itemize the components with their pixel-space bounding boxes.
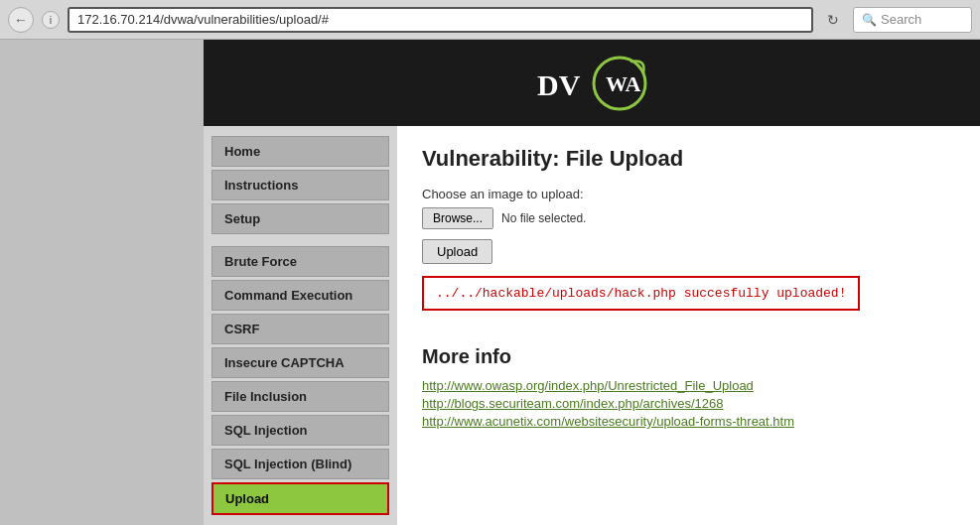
left-nav: Home Instructions Setup Brute Force Comm… xyxy=(204,126,397,525)
nav-item-csrf[interactable]: CSRF xyxy=(211,314,389,344)
url-bar[interactable]: 172.16.70.214/dvwa/vulnerabilities/uploa… xyxy=(68,7,813,33)
info-link-securiteam[interactable]: http://blogs.securiteam.com/index.php/ar… xyxy=(422,396,955,411)
nav-item-setup[interactable]: Setup xyxy=(211,203,389,234)
url-text: 172.16.70.214/dvwa/vulnerabilities/uploa… xyxy=(77,12,329,27)
upload-label: Choose an image to upload: xyxy=(422,187,955,201)
nav-item-file-inclusion[interactable]: File Inclusion xyxy=(211,381,389,412)
svg-text:WA: WA xyxy=(606,71,641,96)
back-button[interactable]: ← xyxy=(8,7,34,33)
nav-item-insecure-captcha[interactable]: Insecure CAPTCHA xyxy=(211,347,389,378)
upload-section: Choose an image to upload: Browse... No … xyxy=(422,187,955,330)
info-link-owasp[interactable]: http://www.owasp.org/index.php/Unrestric… xyxy=(422,378,955,393)
browse-button[interactable]: Browse... xyxy=(422,207,493,229)
nav-item-brute-force[interactable]: Brute Force xyxy=(211,246,389,277)
info-link-acunetix[interactable]: http://www.acunetix.com/websitesecurity/… xyxy=(422,414,955,429)
main-content: Vulnerability: File Upload Choose an ima… xyxy=(397,126,980,525)
success-message: ../../hackable/uploads/hack.php succesfu… xyxy=(422,276,860,311)
nav-divider xyxy=(211,237,389,243)
nav-item-upload[interactable]: Upload xyxy=(211,482,389,515)
refresh-button[interactable]: ↻ xyxy=(821,8,845,32)
info-button[interactable]: i xyxy=(42,11,60,29)
dvwa-body: Home Instructions Setup Brute Force Comm… xyxy=(204,126,980,525)
search-icon: 🔍 xyxy=(862,13,877,27)
dvwa-header: DV WA xyxy=(204,40,980,126)
upload-button[interactable]: Upload xyxy=(422,239,492,264)
search-bar[interactable]: 🔍 Search xyxy=(853,7,972,33)
dvwa-logo: DV WA xyxy=(532,54,651,113)
file-input-row: Browse... No file selected. xyxy=(422,207,955,229)
browser-toolbar: ← i 172.16.70.214/dvwa/vulnerabilities/u… xyxy=(0,0,980,40)
nav-item-sql-injection[interactable]: SQL Injection xyxy=(211,415,389,446)
nav-item-instructions[interactable]: Instructions xyxy=(211,170,389,200)
nav-item-home[interactable]: Home xyxy=(211,136,389,167)
dvwa-main: DV WA Home Instructions Setup Brute Forc… xyxy=(204,40,980,525)
svg-text:DV: DV xyxy=(537,68,581,101)
page-content: DV WA Home Instructions Setup Brute Forc… xyxy=(0,40,980,525)
search-label: Search xyxy=(881,12,921,27)
no-file-text: No file selected. xyxy=(501,211,586,225)
page-title: Vulnerability: File Upload xyxy=(422,146,955,172)
nav-item-sql-injection-blind[interactable]: SQL Injection (Blind) xyxy=(211,449,389,479)
more-info-title: More info xyxy=(422,345,955,368)
nav-item-command-execution[interactable]: Command Execution xyxy=(211,280,389,311)
left-wrapper xyxy=(0,40,204,525)
